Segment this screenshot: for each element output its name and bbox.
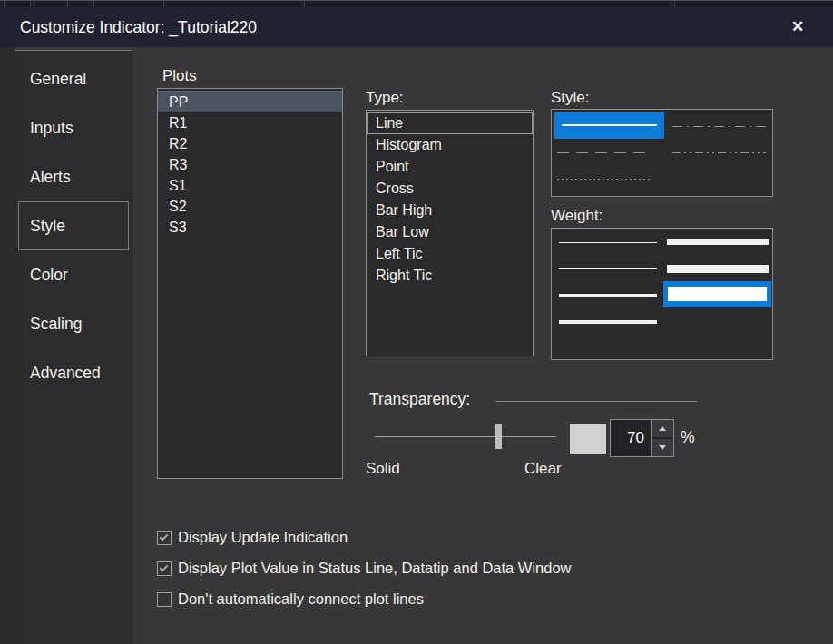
weight-option-6[interactable] — [667, 265, 769, 273]
checkmark-icon — [160, 562, 169, 571]
checkbox-icon — [157, 592, 172, 607]
tab-style[interactable]: Style — [18, 201, 129, 250]
checkbox-display-update-indication[interactable]: Display Update Indication — [157, 529, 348, 546]
checkbox-dont-connect-plot-lines[interactable]: Don't automatically connect plot lines — [157, 590, 424, 608]
plot-item-pp[interactable]: PP — [158, 91, 342, 112]
checkbox-icon — [157, 531, 172, 545]
type-item-right-tic[interactable]: Right Tic — [367, 265, 533, 287]
type-label: Type: — [366, 89, 404, 107]
tab-label: Advanced — [30, 364, 101, 383]
tab-label: General — [30, 70, 86, 89]
plot-item-r3[interactable]: R3 — [158, 153, 342, 174]
style-option-dash[interactable] — [557, 152, 652, 153]
plot-item-s2[interactable]: S2 — [158, 195, 342, 216]
dialog-title: Customize Indicator: _Tutorial220 — [20, 7, 257, 47]
customize-indicator-dialog: Customize Indicator: _Tutorial220 ✕ Gene… — [0, 0, 833, 644]
transparency-preview-swatch — [570, 424, 606, 454]
solid-line-sample — [562, 124, 657, 126]
style-option-solid-selected[interactable] — [554, 112, 664, 139]
sidebar-tab-list: General Inputs Alerts Style Color Scalin… — [15, 50, 132, 644]
tab-advanced[interactable]: Advanced — [18, 348, 129, 397]
type-item-line[interactable]: Line — [367, 112, 533, 134]
dialog-left-edge — [0, 47, 15, 644]
checkbox-label: Display Update Indication — [172, 529, 348, 546]
type-listbox[interactable]: Line Histogram Point Cross Bar High Bar … — [366, 110, 534, 356]
transparency-slider-track[interactable] — [375, 436, 556, 437]
tab-alerts[interactable]: Alerts — [18, 152, 129, 201]
tab-color[interactable]: Color — [18, 250, 129, 299]
plot-item-r2[interactable]: R2 — [158, 132, 342, 153]
weight-option-3[interactable] — [559, 294, 657, 297]
style-picker — [551, 109, 773, 197]
checkmark-icon — [160, 532, 169, 541]
spinner-up-button[interactable] — [652, 420, 673, 437]
style-option-dot[interactable] — [557, 179, 652, 180]
style-option-dash-dot-dot[interactable] — [672, 152, 766, 153]
close-button[interactable]: ✕ — [782, 12, 813, 43]
plots-label: Plots — [162, 67, 197, 85]
type-item-left-tic[interactable]: Left Tic — [367, 243, 533, 265]
background-window-edge — [0, 0, 833, 7]
weight-option-4[interactable] — [559, 320, 657, 324]
weight-option-7-selected[interactable] — [663, 281, 771, 307]
tab-label: Alerts — [30, 168, 71, 187]
tab-label: Style — [30, 217, 65, 236]
type-item-point[interactable]: Point — [367, 156, 533, 178]
type-item-bar-high[interactable]: Bar High — [367, 200, 533, 221]
weight-option-5[interactable] — [667, 239, 769, 245]
clear-end-label: Clear — [524, 460, 562, 478]
transparency-value-input[interactable] — [611, 420, 651, 456]
weight-label: Weight: — [551, 207, 603, 225]
transparency-separator — [495, 401, 697, 402]
transparency-label: Transparency: — [369, 390, 470, 409]
plot-item-s3[interactable]: S3 — [158, 216, 342, 237]
checkbox-label: Don't automatically connect plot lines — [172, 590, 424, 608]
tab-scaling[interactable]: Scaling — [18, 299, 129, 348]
transparency-slider-handle[interactable] — [495, 424, 502, 449]
style-option-dash-dot[interactable] — [672, 126, 766, 127]
weight-picker — [551, 228, 773, 360]
type-item-bar-low[interactable]: Bar Low — [367, 221, 533, 243]
type-item-cross[interactable]: Cross — [367, 178, 533, 200]
weight-sample-bar — [668, 287, 767, 301]
arrow-up-icon — [659, 426, 666, 431]
solid-end-label: Solid — [366, 460, 400, 478]
checkbox-icon — [157, 561, 172, 576]
tab-label: Scaling — [30, 315, 82, 334]
weight-option-2[interactable] — [559, 268, 657, 269]
type-item-histogram[interactable]: Histogram — [367, 134, 533, 156]
spinner-arrows — [651, 420, 673, 456]
arrow-down-icon — [659, 445, 666, 450]
titlebar: Customize Indicator: _Tutorial220 ✕ — [0, 7, 833, 47]
weight-option-1[interactable] — [559, 242, 657, 243]
checkbox-label: Display Plot Value in Status Line, Datat… — [172, 560, 572, 577]
style-label: Style: — [551, 89, 590, 107]
tab-label: Inputs — [30, 119, 74, 138]
tab-inputs[interactable]: Inputs — [18, 103, 129, 152]
transparency-spinner — [610, 419, 674, 457]
plots-listbox[interactable]: PP R1 R2 R3 S1 S2 S3 — [157, 88, 343, 479]
plot-item-r1[interactable]: R1 — [158, 112, 342, 132]
percent-label: % — [681, 428, 695, 447]
tab-label: Color — [30, 266, 68, 285]
tab-general[interactable]: General — [18, 54, 129, 103]
checkbox-display-plot-value[interactable]: Display Plot Value in Status Line, Datat… — [157, 560, 572, 577]
plot-item-s1[interactable]: S1 — [158, 174, 342, 195]
close-icon: ✕ — [791, 18, 804, 35]
spinner-down-button[interactable] — [652, 439, 673, 456]
